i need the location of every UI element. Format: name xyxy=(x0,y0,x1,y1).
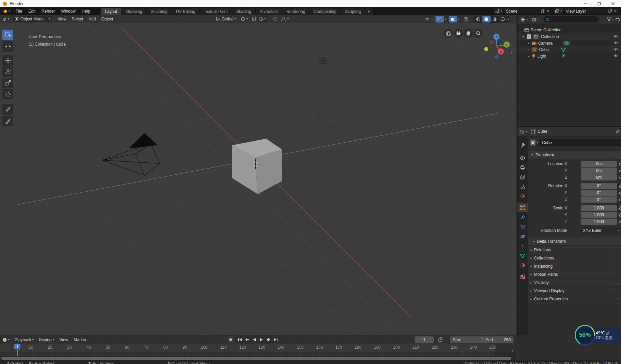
unlink-scene-icon[interactable]: ✕ xyxy=(546,9,550,13)
expand-icon[interactable]: ▼ xyxy=(522,35,525,38)
field-value[interactable]: 0° xyxy=(581,196,617,203)
tool-annotate[interactable] xyxy=(2,104,13,115)
viewport-canvas[interactable]: User Perspective (1) Collection | Cube xyxy=(0,23,516,335)
expand-icon[interactable]: ▸ xyxy=(528,42,529,45)
hide-icon[interactable] xyxy=(613,41,618,45)
field-location-x[interactable]: Location X0m xyxy=(528,161,621,167)
drag-handle-icon[interactable]: :::: xyxy=(614,248,619,252)
play-reverse-button[interactable] xyxy=(251,336,257,343)
view-layer-field[interactable]: View Layer ✕ xyxy=(564,8,619,14)
tab-compositing[interactable]: Compositing xyxy=(309,8,340,15)
field-value[interactable]: 1.000 xyxy=(581,219,617,225)
pin-icon[interactable] xyxy=(615,129,620,134)
filter-button[interactable]: ▾ xyxy=(607,17,614,21)
field-value[interactable]: 0m xyxy=(581,161,617,167)
maximize-button[interactable] xyxy=(592,0,606,7)
outliner-row-scene-collection[interactable]: Scene Collection xyxy=(518,27,621,33)
drag-handle-icon[interactable]: :::: xyxy=(614,256,619,260)
orientation-selector[interactable]: Global ▾ xyxy=(222,17,236,21)
tool-cursor[interactable] xyxy=(2,41,13,52)
menu-keying[interactable]: Keying▾ xyxy=(36,337,57,342)
object-visibility-selector[interactable]: ▾ xyxy=(425,17,433,21)
tab-world[interactable] xyxy=(518,192,528,201)
lock-icon[interactable] xyxy=(619,213,621,217)
panel-custom-properties[interactable]: ▸Custom Properties:::: xyxy=(528,295,621,303)
app-menu-button[interactable]: ▾ xyxy=(0,9,13,14)
tool-transform[interactable] xyxy=(2,89,13,99)
timeline-scrollbar-thumb[interactable] xyxy=(1,357,511,360)
display-mode-button[interactable]: ▾ xyxy=(519,16,530,23)
shading-material-button[interactable] xyxy=(491,16,499,22)
show-overlays-toggle[interactable] xyxy=(449,16,457,22)
show-gizmo-toggle[interactable] xyxy=(435,16,444,22)
lock-icon[interactable] xyxy=(619,162,621,166)
hide-icon[interactable] xyxy=(613,54,618,58)
menu-file[interactable]: File xyxy=(13,7,25,15)
frame-end-field[interactable]: End: 250 xyxy=(483,336,513,343)
field-value[interactable]: 1.000 xyxy=(581,212,617,218)
shading-wireframe-button[interactable] xyxy=(474,16,482,22)
tool-scale[interactable] xyxy=(2,78,13,88)
pivot-point-selector[interactable]: ▾ xyxy=(241,17,248,21)
timeline-collapse-arrow[interactable]: ‹ xyxy=(511,348,513,353)
tab-render[interactable] xyxy=(518,153,528,162)
panel-collections[interactable]: ▸Collections:::: xyxy=(528,254,621,262)
cpu-monitor-widget[interactable]: 49℃ CPU温度 50% xyxy=(575,324,619,347)
lock-icon[interactable] xyxy=(619,197,621,202)
menu-playback[interactable]: Playback▾ xyxy=(12,337,36,342)
next-keyframe-button[interactable] xyxy=(265,336,272,343)
tab-texture-paint[interactable]: Texture Paint xyxy=(200,8,232,15)
menu-select[interactable]: Select xyxy=(69,17,86,21)
frame-start-field[interactable]: Start: 1 xyxy=(450,336,487,343)
outliner-row-camera[interactable]: ▸ Camera xyxy=(518,40,621,46)
tab-tool[interactable] xyxy=(518,141,528,150)
minimize-button[interactable] xyxy=(579,0,592,7)
play-button[interactable] xyxy=(258,336,265,343)
region-collapse-arrow[interactable]: ‹ xyxy=(511,49,512,54)
navigation-gizmo[interactable]: Z Y X xyxy=(479,27,513,61)
field-value[interactable]: 0° xyxy=(581,190,617,196)
menu-marker[interactable]: Marker xyxy=(71,337,89,342)
drag-handle-icon[interactable]: :::: xyxy=(614,289,619,292)
field-rotation-z[interactable]: Z0° xyxy=(528,196,621,203)
shading-solid-button[interactable] xyxy=(482,16,491,22)
current-frame-field[interactable]: 1 xyxy=(415,336,434,343)
toggle-grid-button[interactable] xyxy=(444,29,453,38)
menu-view[interactable]: View xyxy=(55,17,69,21)
field-location-y[interactable]: Y0m xyxy=(528,168,621,174)
pan-view-button[interactable] xyxy=(464,29,473,38)
shading-rendered-button[interactable] xyxy=(499,16,507,22)
tab-scripting[interactable]: Scripting xyxy=(341,8,365,15)
tab-modifiers[interactable] xyxy=(518,213,528,222)
new-view-layer-icon[interactable] xyxy=(608,9,612,13)
remove-view-layer-icon[interactable]: ✕ xyxy=(614,9,617,13)
tab-object[interactable] xyxy=(518,203,528,212)
snap-magnet-icon[interactable] xyxy=(252,17,256,21)
drag-handle-icon[interactable]: :::: xyxy=(614,265,619,268)
expand-icon[interactable]: ▸ xyxy=(528,48,529,51)
tab-shading[interactable]: Shading xyxy=(232,8,255,15)
properties-editor-type-button[interactable]: ▾ xyxy=(520,129,527,134)
lock-icon[interactable] xyxy=(619,169,621,173)
editor-type-button[interactable]: ▾ xyxy=(0,17,11,21)
tab-object-data[interactable] xyxy=(518,251,528,260)
jump-to-start-button[interactable] xyxy=(237,336,243,343)
tab-view-layer[interactable] xyxy=(518,173,528,181)
lock-icon[interactable] xyxy=(619,220,621,224)
timeline-editor-type-button[interactable]: ▾ xyxy=(0,337,12,342)
menu-object[interactable]: Object xyxy=(99,17,116,21)
hide-icon[interactable] xyxy=(613,34,618,38)
outliner-row-collection[interactable]: ▼ ✓ Collection xyxy=(518,33,621,40)
drag-handle-icon[interactable]: :::: xyxy=(614,297,619,301)
tab-texture[interactable] xyxy=(518,272,528,281)
use-preview-range-button[interactable] xyxy=(438,337,443,342)
field-value[interactable]: 1.000 xyxy=(581,205,617,211)
field-rotation-x[interactable]: Rotation X0° xyxy=(528,183,621,189)
field-scale-y[interactable]: Y1.000 xyxy=(528,212,621,218)
camera-data-icon[interactable] xyxy=(563,41,570,45)
outliner-row-light[interactable]: ▸ Light xyxy=(518,53,621,59)
scene-icon[interactable]: ▾ xyxy=(494,8,503,14)
tool-move[interactable] xyxy=(2,55,13,66)
tab-uv-editing[interactable]: UV Editing xyxy=(172,8,200,15)
tab-material[interactable] xyxy=(518,261,528,270)
